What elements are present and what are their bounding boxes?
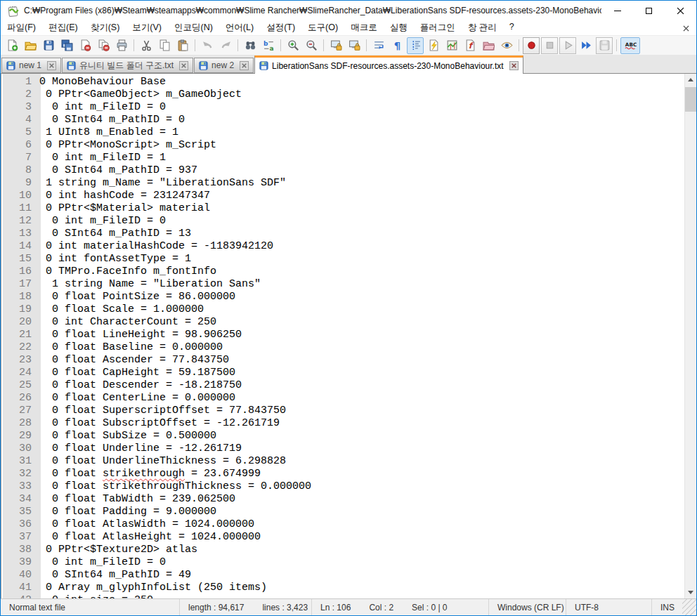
zoom-out-button[interactable] [303, 37, 320, 54]
code-row[interactable]: 15 0 int fontAssetType = 1 [1, 253, 686, 266]
folder-as-workspace-button[interactable] [480, 37, 497, 54]
macro-play-button[interactable] [559, 37, 576, 54]
menu-run[interactable]: 실행 [384, 20, 414, 36]
code-row[interactable]: 37 0 float AtlasHeight = 1024.000000 [1, 531, 686, 544]
macro-stop-button[interactable] [541, 37, 558, 54]
save-all-button[interactable] [58, 37, 75, 54]
menu-settings[interactable]: 설정(T) [260, 20, 301, 36]
code-row[interactable]: 17 1 string Name = "Liberation Sans" [1, 278, 686, 291]
close-all-button[interactable] [95, 37, 112, 54]
macro-run-multiple-button[interactable] [578, 37, 594, 54]
code-line[interactable]: 0 float SubSize = 0.500000 [39, 430, 216, 443]
menu-encoding[interactable]: 인코딩(N) [168, 20, 219, 36]
print-button[interactable] [113, 37, 130, 54]
status-encoding[interactable]: UTF-8 [566, 599, 651, 615]
code-line[interactable]: 0 float UnderlineThickness = 6.298828 [39, 455, 286, 468]
code-line[interactable]: 0 float CenterLine = 0.000000 [39, 392, 235, 405]
close-tab-button[interactable] [47, 61, 56, 70]
resize-grip[interactable] [682, 599, 696, 615]
redo-button[interactable] [217, 37, 234, 54]
code-row[interactable]: 29 0 float SubSize = 0.500000 [1, 430, 686, 443]
code-line[interactable]: 0 PPtr<GameObject> m_GameObject [39, 89, 242, 101]
code-row[interactable]: 18 0 float PointSize = 86.000000 [1, 291, 686, 303]
code-row[interactable]: 23 0 float Ascender = 77.843750 [1, 354, 686, 367]
maximize-button[interactable] [633, 1, 665, 20]
code-line[interactable]: 0 float TabWidth = 239.062500 [39, 493, 235, 506]
status-insert-mode[interactable]: INS [651, 599, 682, 615]
code-line[interactable]: 0 float strikethrough = 23.674999 [39, 468, 261, 480]
code-line[interactable]: 0 float AtlasWidth = 1024.000000 [39, 518, 254, 531]
code-row[interactable]: 10 0 int hashCode = 231247347 [1, 190, 686, 202]
menu-file[interactable]: 파일(F) [1, 20, 42, 36]
code-row[interactable]: 5 1 UInt8 m_Enabled = 1 [1, 126, 686, 139]
menu-plugins[interactable]: 플러그인 [414, 20, 462, 36]
code-row[interactable]: 11 0 PPtr<$Material> material [1, 202, 686, 215]
document-map-button[interactable] [443, 37, 460, 54]
code-row[interactable]: 28 0 float SubscriptOffset = -12.261719 [1, 417, 686, 430]
close-tab-button[interactable] [240, 61, 249, 70]
code-line[interactable]: 0 int CharacterCount = 250 [39, 316, 216, 329]
code-row[interactable]: 36 0 float AtlasWidth = 1024.000000 [1, 518, 686, 531]
code-line[interactable]: 0 int fontAssetType = 1 [39, 253, 191, 266]
macro-save-button[interactable] [596, 37, 613, 54]
code-row[interactable]: 40 0 SInt64 m_PathID = 49 [1, 569, 686, 582]
code-line[interactable]: 1 string m_Name = "LiberationSans SDF" [39, 177, 286, 190]
code-row[interactable]: 13 0 SInt64 m_PathID = 13 [1, 228, 686, 240]
code-row[interactable]: 4 0 SInt64 m_PathID = 0 [1, 114, 686, 126]
code-line[interactable]: 0 int hashCode = 231247347 [39, 190, 210, 202]
code-line[interactable]: 0 float Underline = -12.261719 [39, 443, 242, 455]
code-line[interactable]: 0 float SuperscriptOffset = 77.843750 [39, 405, 286, 417]
code-row[interactable]: 10 MonoBehaviour Base [1, 76, 686, 89]
menu-window[interactable]: 창 관리 [462, 20, 503, 36]
status-eol-format[interactable]: Windows (CR LF) [488, 599, 566, 615]
menu-help[interactable]: ? [503, 20, 521, 36]
open-file-button[interactable] [22, 37, 39, 54]
code-line[interactable]: 0 float CapHeight = 59.187500 [39, 367, 235, 379]
minimize-button[interactable] [601, 1, 633, 20]
code-line[interactable]: 0 SInt64 m_PathID = 937 [39, 164, 197, 177]
tab-4-active[interactable]: LiberationSans SDF-resources.assets-230-… [254, 55, 523, 74]
show-all-characters-button[interactable]: ¶ [389, 37, 405, 54]
code-row[interactable]: 19 0 float Scale = 1.000000 [1, 303, 686, 316]
code-row[interactable]: 38 0 PPtr<$Texture2D> atlas [1, 544, 686, 556]
code-line[interactable]: 0 Array m_glyphInfoList (250 items) [39, 582, 267, 594]
code-line[interactable]: 0 int m_FileID = 0 [39, 101, 166, 114]
menu-macro[interactable]: 매크로 [344, 20, 384, 36]
text-editor[interactable]: 10 MonoBehaviour Base2 0 PPtr<GameObject… [1, 74, 686, 598]
code-line[interactable]: 0 SInt64 m_PathID = 0 [39, 114, 185, 126]
code-row[interactable]: 31 0 float UnderlineThickness = 6.298828 [1, 455, 686, 468]
code-line[interactable]: 0 PPtr<MonoScript> m_Script [39, 139, 216, 152]
code-row[interactable]: 20 0 int CharacterCount = 250 [1, 316, 686, 329]
close-document-button[interactable] [679, 22, 692, 34]
menu-search[interactable]: 찾기(S) [84, 20, 126, 36]
zoom-in-button[interactable] [285, 37, 301, 54]
menu-tools[interactable]: 도구(O) [301, 20, 344, 36]
code-row[interactable]: 9 1 string m_Name = "LiberationSans SDF" [1, 177, 686, 190]
code-row[interactable]: 33 0 float strikethroughThickness = 0.00… [1, 480, 686, 493]
code-line[interactable]: 0 float PointSize = 86.000000 [39, 291, 235, 303]
code-row[interactable]: 25 0 float Descender = -18.218750 [1, 379, 686, 392]
code-line[interactable]: 0 int materialHashCode = -1183942120 [39, 240, 273, 253]
code-line[interactable]: 0 TMPro.FaceInfo m_fontInfo [39, 266, 216, 278]
replace-button[interactable]: ba [260, 37, 277, 54]
tab-3[interactable]: new 2 [194, 58, 254, 73]
scroll-up-button[interactable] [685, 74, 696, 86]
find-button[interactable] [242, 37, 259, 54]
monitoring-button[interactable] [498, 37, 515, 54]
tab-1[interactable]: new 1 [1, 58, 61, 73]
code-row[interactable]: 24 0 float CapHeight = 59.187500 [1, 367, 686, 379]
code-row[interactable]: 41 0 Array m_glyphInfoList (250 items) [1, 582, 686, 594]
code-row[interactable]: 12 0 int m_FileID = 0 [1, 215, 686, 228]
code-row[interactable]: 8 0 SInt64 m_PathID = 937 [1, 164, 686, 177]
code-line[interactable]: 0 float AtlasHeight = 1024.000000 [39, 531, 261, 544]
close-tab-button[interactable] [179, 61, 188, 70]
code-line[interactable]: 0 float strikethroughThickness = 0.00000… [39, 480, 311, 493]
code-row[interactable]: 27 0 float SuperscriptOffset = 77.843750 [1, 405, 686, 417]
code-line[interactable]: 0 int m_FileID = 0 [39, 556, 166, 569]
menu-edit[interactable]: 편집(E) [42, 20, 84, 36]
code-line[interactable]: 0 PPtr<$Material> material [39, 202, 210, 215]
code-line[interactable]: 0 float Scale = 1.000000 [39, 303, 204, 316]
new-file-button[interactable] [4, 37, 20, 54]
save-button[interactable] [40, 37, 57, 54]
close-window-button[interactable] [665, 1, 696, 20]
